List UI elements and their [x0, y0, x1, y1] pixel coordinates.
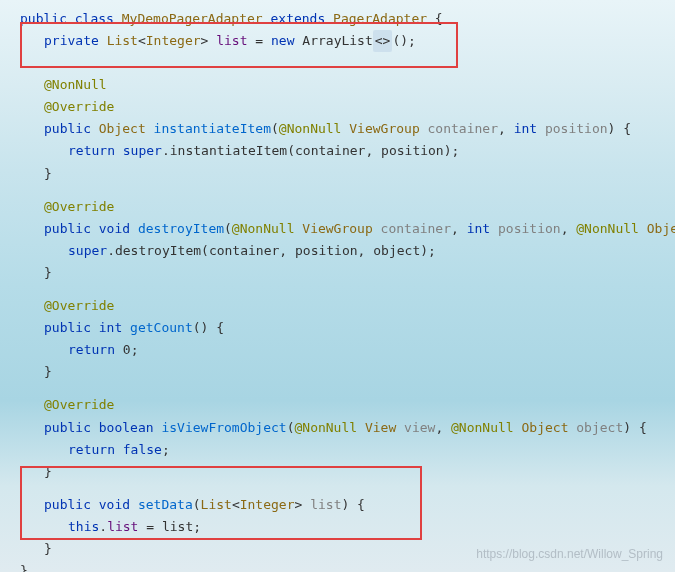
- annotation-override: @Override: [20, 394, 675, 416]
- close-brace: }: [20, 461, 675, 483]
- this-assignment: this.list = list;: [20, 516, 675, 538]
- diamond-highlight: <>: [373, 30, 393, 52]
- close-brace: }: [20, 361, 675, 383]
- code-editor[interactable]: public class MyDemoPagerAdapter extends …: [0, 0, 675, 572]
- method-instantiateItem: public Object instantiateItem(@NonNull V…: [20, 118, 675, 140]
- method-getCount: public int getCount() {: [20, 317, 675, 339]
- method-destroyItem: public void destroyItem(@NonNull ViewGro…: [20, 218, 675, 240]
- annotation-nonnull: @NonNull: [20, 74, 675, 96]
- return-false: return false;: [20, 439, 675, 461]
- field-declaration: private List<Integer> list = new ArrayLi…: [20, 30, 675, 52]
- return-super-call: return super.instantiateItem(container, …: [20, 140, 675, 162]
- super-call: super.destroyItem(container, position, o…: [20, 240, 675, 262]
- class-declaration: public class MyDemoPagerAdapter extends …: [20, 8, 675, 30]
- return-zero: return 0;: [20, 339, 675, 361]
- method-setData: public void setData(List<Integer> list) …: [20, 494, 675, 516]
- annotation-override: @Override: [20, 196, 675, 218]
- annotation-override: @Override: [20, 96, 675, 118]
- close-brace: }: [20, 163, 675, 185]
- watermark: https://blog.csdn.net/Willow_Spring: [476, 544, 663, 564]
- close-brace: }: [20, 262, 675, 284]
- annotation-override: @Override: [20, 295, 675, 317]
- method-isViewFromObject: public boolean isViewFromObject(@NonNull…: [20, 417, 675, 439]
